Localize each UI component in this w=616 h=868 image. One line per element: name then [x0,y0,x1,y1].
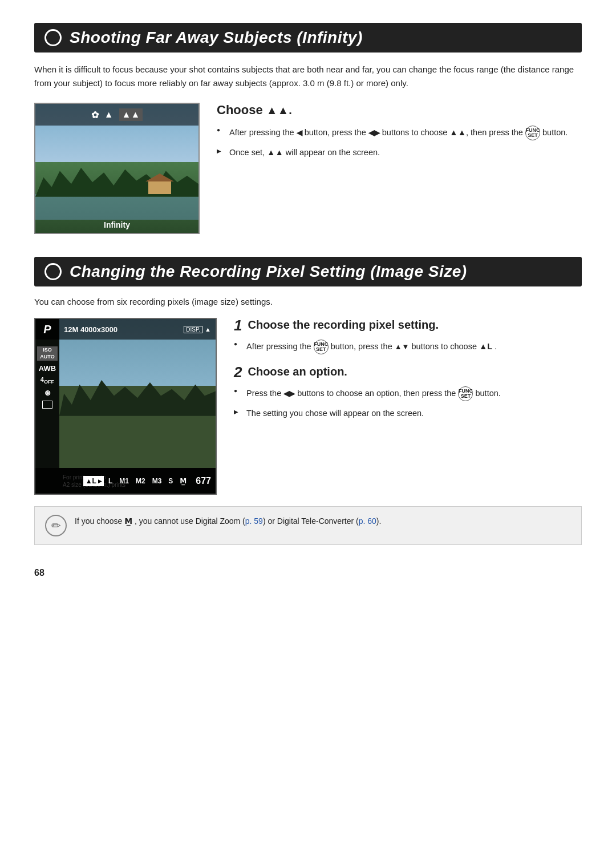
cam2-main-scene [59,319,216,468]
step1-number: 1 [234,318,242,333]
section1-arrow-note: Once set, ▲▲ will appear on the screen. [217,146,582,159]
link-p59[interactable]: p. 59 [245,516,263,526]
pixels-label: 12M 4000x3000 [64,325,117,334]
strip-m1: M1 [117,476,131,486]
step1-bullet-list: After pressing the FUNCSET button, press… [234,340,582,354]
step2-leftright-icon: ◀▶ [283,388,295,399]
step2-title: Choose an option. [248,365,347,378]
section2-intro: You can choose from six recording pixels… [34,297,582,306]
section1-body: ✿ ▲ ▲▲ Infinity Choose ▲▲. After pressin… [34,103,582,234]
section2-circle-icon [44,263,62,280]
strip-m3: M3 [150,476,164,486]
section1-intro: When it is difficult to focus because yo… [34,63,582,90]
water-reflection [35,194,198,220]
step2-arrow-note: The setting you chose will appear on the… [234,407,582,419]
strip-al-active: ▲L ▸ [83,476,104,486]
cam2-topbar-right: DISP. ▲ [184,326,211,333]
section1-title: Shooting Far Away Subjects (Infinity) [70,29,363,47]
section2-header: Changing the Recording Pixel Setting (Im… [34,257,582,286]
section1-circle-icon [44,29,62,46]
section2-right-panel: 1 Choose the recording pixel setting. Af… [234,318,582,495]
choose-label: Choose [217,103,263,118]
camera-infinity-label: Infinity [35,220,198,229]
section2-body: P ISOAUTO AWB 4OFF ⊛ 12M 4000x3000 DISP.… [34,318,582,495]
p-label: P [43,323,51,336]
step2-bullet-list: Press the ◀▶ buttons to choose an option… [234,386,582,401]
section1-header: Shooting Far Away Subjects (Infinity) [34,23,582,53]
step1-heading: 1 Choose the recording pixel setting. [234,318,582,333]
p-mode-badge: P [35,319,59,340]
m-special-icon: M̲ [124,516,132,526]
star-icon: ⊛ [44,389,51,397]
macro-icon: ✿ [91,110,99,120]
step2-heading: 2 Choose an option. [234,365,582,380]
house-roof [145,173,174,181]
note-text: If you choose M̲ , you cannot use Digita… [75,515,381,527]
section2-camera-screen: P ISOAUTO AWB 4OFF ⊛ 12M 4000x3000 DISP.… [34,318,217,495]
person-icon: ▲ [104,110,114,120]
house-body [148,181,171,194]
mountain-active-icon: ▲▲ [119,108,143,121]
cam2-size-strip: ▲L ▸ L M1 M2 M3 S M̲ 677 [35,468,216,494]
strip-l: L [106,476,115,486]
iso-badge: ISOAUTO [37,346,58,361]
note-box: ✏ If you choose M̲ , you cannot use Digi… [34,506,582,545]
note-pencil-icon: ✏ [45,515,67,536]
step1-title: Choose the recording pixel setting. [248,318,439,332]
strip-count: 677 [196,476,211,486]
cam1-toolbar: ✿ ▲ ▲▲ [35,104,198,126]
flash-icon: 4OFF [40,376,54,385]
link-p60[interactable]: p. 60 [359,516,376,526]
section1-right-panel: Choose ▲▲. After pressing the ◀ button, … [217,103,582,234]
strip-m-special: M̲ [177,476,189,486]
left-right-arrow-icon: ◀▶ [368,127,380,139]
step1-bullet: After pressing the FUNCSET button, press… [234,340,582,354]
func-set-button-icon: FUNCSET [525,126,540,140]
section1-screen-inner: ✿ ▲ ▲▲ Infinity [35,104,198,233]
awb-icon: AWB [39,364,56,373]
section1-bullet-list: After pressing the ◀ button, press the ◀… [217,126,582,140]
page-number: 68 [34,568,582,578]
section1-bullet-1: After pressing the ◀ button, press the ◀… [217,126,582,140]
section2-title: Changing the Recording Pixel Setting (Im… [70,263,467,281]
mountain-disp-icon: ▲ [205,326,211,333]
step2-func-icon: FUNCSET [458,386,473,401]
choose-heading: Choose ▲▲. [217,103,582,118]
step1-func-icon: FUNCSET [314,340,329,354]
mountain-symbol: ▲▲. [266,104,292,117]
box-icon [42,401,52,409]
house-element [145,174,174,194]
left-arrow-icon: ◀ [297,127,302,139]
step2-number: 2 [234,365,242,380]
section1-camera-screen: ✿ ▲ ▲▲ Infinity [34,103,200,234]
step2-bullet-1: Press the ◀▶ buttons to choose an option… [234,386,582,401]
step1-updown-icon: ▲▼ [395,341,410,353]
cam2-topbar: 12M 4000x3000 DISP. ▲ [59,319,216,340]
strip-m2: M2 [133,476,148,486]
disp-badge: DISP. [184,326,202,333]
strip-s: S [166,476,175,486]
